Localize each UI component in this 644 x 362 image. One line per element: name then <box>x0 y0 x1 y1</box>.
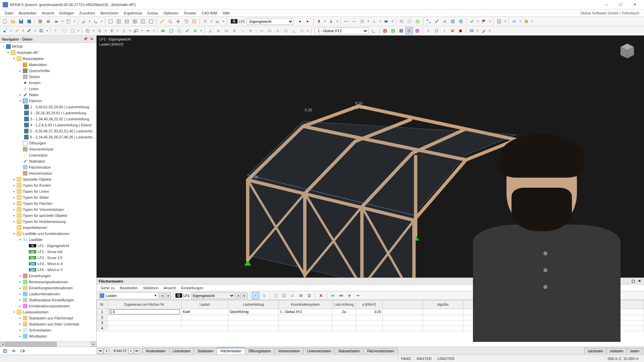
tree-lc-2[interactable]: QsLF2 - Snow full <box>0 249 96 255</box>
v1-icon[interactable] <box>381 27 389 35</box>
bmenu-bearbeiten[interactable]: Bearbeiten <box>117 285 141 291</box>
del3-icon[interactable] <box>441 27 448 35</box>
rotate-icon[interactable] <box>182 18 190 25</box>
tree-stablin[interactable]: ▸Stablasten aus freier Linienlast <box>0 321 96 327</box>
dim1-icon[interactable] <box>342 18 350 25</box>
flag-icon[interactable] <box>480 18 488 25</box>
del1-icon[interactable] <box>425 27 432 35</box>
tb-ins-icon[interactable] <box>346 292 353 299</box>
scale-icon[interactable] <box>132 27 140 35</box>
num-icon[interactable]: 10 <box>511 18 518 25</box>
tree-flaechensaetze[interactable]: Flächensätze <box>0 164 96 170</box>
box2-icon[interactable] <box>414 18 421 25</box>
autorefresh-icon[interactable] <box>260 292 268 299</box>
tree-bemessung[interactable]: ▸Bemessungssituationen <box>0 279 96 285</box>
tag-icon[interactable] <box>383 18 390 25</box>
undo-dropdown[interactable]: ▾ <box>88 20 91 23</box>
print-icon[interactable] <box>45 18 52 25</box>
tab-prev[interactable]: ◂ <box>104 348 109 354</box>
status-lraster[interactable]: LRASTER <box>434 357 457 361</box>
tree-lc-4[interactable]: QwLF4 - Wind in X <box>0 261 96 267</box>
box1-icon[interactable] <box>406 18 413 25</box>
redo-icon[interactable] <box>92 18 99 25</box>
printpreview-icon[interactable] <box>53 18 60 25</box>
nav-hscroll[interactable]: ◂▸ <box>0 341 96 347</box>
tree-typvolumen[interactable]: ▸Typen für Volumenkörper <box>0 206 96 213</box>
tb-e-icon[interactable] <box>306 292 313 299</box>
col-p[interactable]: p [kN/m²] <box>356 300 383 309</box>
tree-schnee[interactable]: ▸Schneelasten <box>0 327 96 333</box>
bottom-max-icon[interactable]: ▢ <box>631 279 636 284</box>
tab-r3[interactable]: lasten <box>627 348 643 354</box>
v5-icon[interactable] <box>414 27 421 35</box>
tree-knoten[interactable]: Knoten <box>0 80 96 86</box>
lc-prev-icon[interactable]: ◂ <box>296 18 304 25</box>
h6-icon[interactable] <box>298 27 306 35</box>
menu-optionen[interactable]: Optionen <box>161 10 181 16</box>
tree-surf-2[interactable]: 2 - 25,26,30,29,91 | Lastverteilung <box>0 110 96 116</box>
surf-add-icon[interactable] <box>38 27 45 35</box>
fit-icon[interactable] <box>191 18 198 25</box>
move-icon[interactable] <box>96 27 103 35</box>
tree-materialien[interactable]: Materialien <box>0 62 96 68</box>
col-cs[interactable]: Koordinatensystem <box>279 300 332 309</box>
g5-icon[interactable] <box>192 27 199 35</box>
menu-einfuegen[interactable]: Einfügen <box>57 10 76 16</box>
tree-surf-4[interactable]: 4 - 1,2,6,5,93 | Lastverteilung | Ebene <box>0 122 96 128</box>
sel1-icon[interactable] <box>53 27 60 35</box>
sel3-icon[interactable] <box>69 27 76 35</box>
tree-liniensaetze[interactable]: Liniensätze <box>0 152 96 158</box>
tree-stabfl[interactable]: ▸Stablasten aus Flächenlast <box>0 315 96 321</box>
member-add-icon[interactable] <box>25 27 33 35</box>
stop-icon[interactable] <box>457 27 464 35</box>
status-raster[interactable]: RASTER <box>414 357 434 361</box>
tree-typholz[interactable]: ▸Typen für Holzbemessung <box>0 219 96 225</box>
tree-basisobjekte[interactable]: ▾Basisobjekte <box>0 56 96 62</box>
report-dropdown[interactable]: ▾ <box>73 20 76 23</box>
col-blank2[interactable] <box>463 300 581 309</box>
nav-data-icon[interactable] <box>1 348 9 354</box>
redo-dropdown[interactable]: ▾ <box>100 20 103 23</box>
g2-icon[interactable] <box>167 27 175 35</box>
copy-icon[interactable] <box>84 27 91 35</box>
h3-icon[interactable] <box>274 27 281 35</box>
g1-icon[interactable] <box>159 27 167 35</box>
tb-delrow-icon[interactable] <box>337 292 345 299</box>
delx-icon[interactable] <box>449 27 456 35</box>
report-icon[interactable] <box>65 18 72 25</box>
layout2-icon[interactable] <box>115 18 122 25</box>
tree-volumen[interactable]: Volumenkörper <box>0 146 96 152</box>
col-dir[interactable]: Last-richtung <box>332 300 356 309</box>
undo-icon[interactable] <box>80 18 87 25</box>
extend-icon[interactable] <box>144 27 152 35</box>
print-dropdown[interactable]: ▾ <box>61 20 64 23</box>
save-icon[interactable] <box>17 18 25 25</box>
tab-stablasten[interactable]: Stablasten <box>194 348 217 354</box>
tree-flaechen[interactable]: ▾Flächen <box>0 98 96 104</box>
opt-icon[interactable] <box>523 18 530 25</box>
tree-wind[interactable]: ▸Windlasten <box>0 333 96 339</box>
tree-typspez[interactable]: ▸Typen für spezielle Objekte <box>0 213 96 219</box>
col-opt[interactable]: Optionen <box>581 300 644 309</box>
v2-icon[interactable] <box>389 27 397 35</box>
maximize-button[interactable]: ▢ <box>614 1 627 9</box>
tree-lastass[interactable]: ▾Lastassistenten <box>0 309 96 315</box>
bmenu-selektion[interactable]: Selektion <box>141 285 161 291</box>
s4-icon[interactable] <box>449 18 457 25</box>
tab-first[interactable]: ⏮ <box>98 348 103 354</box>
pin-icon[interactable] <box>315 18 323 25</box>
tb-d-icon[interactable] <box>297 292 305 299</box>
tab-linienlasten[interactable]: Linienlasten <box>169 348 194 354</box>
menu-ansicht[interactable]: Ansicht <box>39 10 57 16</box>
tree-spezobjekte[interactable]: ▸Spezielle Objekte <box>0 176 96 182</box>
tab-liniensatzlasten[interactable]: Liniensatzlasten <box>303 348 335 354</box>
grid-icon[interactable] <box>202 18 209 25</box>
tree-imperfektionen[interactable]: Imperfektionen <box>0 225 96 231</box>
find-icon[interactable] <box>398 18 405 25</box>
g4-icon[interactable] <box>183 27 191 35</box>
pen-icon[interactable] <box>480 27 487 35</box>
cs-icon[interactable] <box>370 27 378 35</box>
calc-icon[interactable] <box>495 18 503 25</box>
table-row[interactable]: 3 <box>97 320 644 326</box>
tree-model[interactable]: ▾Holzhalle.rf6* <box>0 50 96 56</box>
